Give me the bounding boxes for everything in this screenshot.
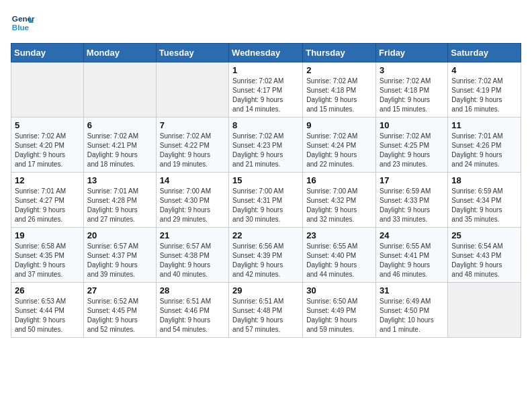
day-info: Sunrise: 7:02 AM Sunset: 4:18 PM Dayligh… [380,77,444,114]
calendar-day-cell: 17Sunrise: 6:59 AM Sunset: 4:33 PM Dayli… [376,173,448,228]
calendar-week-row: 1Sunrise: 7:02 AM Sunset: 4:17 PM Daylig… [11,62,521,118]
page-header: General Blue [11,11,521,35]
day-info: Sunrise: 6:51 AM Sunset: 4:46 PM Dayligh… [160,297,225,334]
day-info: Sunrise: 7:01 AM Sunset: 4:28 PM Dayligh… [87,187,152,224]
day-of-week-header: Saturday [448,44,521,62]
calendar-day-cell: 31Sunrise: 6:49 AM Sunset: 4:50 PM Dayli… [376,283,448,338]
day-number: 5 [15,120,80,130]
day-number: 29 [232,285,299,295]
day-number: 28 [160,285,225,295]
day-number: 20 [87,230,152,240]
calendar-week-row: 19Sunrise: 6:58 AM Sunset: 4:35 PM Dayli… [11,228,521,283]
calendar-day-cell: 7Sunrise: 7:02 AM Sunset: 4:22 PM Daylig… [156,118,228,173]
calendar-header-row: SundayMondayTuesdayWednesdayThursdayFrid… [11,44,521,62]
day-number: 6 [87,120,152,130]
day-number: 23 [306,230,372,240]
calendar-day-cell [448,283,521,338]
day-info: Sunrise: 7:00 AM Sunset: 4:32 PM Dayligh… [306,187,372,224]
calendar-day-cell: 25Sunrise: 6:54 AM Sunset: 4:43 PM Dayli… [448,228,521,283]
calendar-week-row: 26Sunrise: 6:53 AM Sunset: 4:44 PM Dayli… [11,283,521,338]
day-info: Sunrise: 6:51 AM Sunset: 4:48 PM Dayligh… [232,297,299,334]
day-info: Sunrise: 7:00 AM Sunset: 4:30 PM Dayligh… [160,187,225,224]
day-of-week-header: Wednesday [229,44,303,62]
day-info: Sunrise: 7:02 AM Sunset: 4:21 PM Dayligh… [87,132,152,169]
day-info: Sunrise: 6:58 AM Sunset: 4:35 PM Dayligh… [15,242,80,279]
calendar-day-cell: 2Sunrise: 7:02 AM Sunset: 4:18 PM Daylig… [303,62,376,118]
day-info: Sunrise: 7:02 AM Sunset: 4:17 PM Dayligh… [232,77,299,114]
calendar-day-cell: 20Sunrise: 6:57 AM Sunset: 4:37 PM Dayli… [83,228,156,283]
calendar-day-cell: 19Sunrise: 6:58 AM Sunset: 4:35 PM Dayli… [11,228,84,283]
day-info: Sunrise: 7:02 AM Sunset: 4:18 PM Dayligh… [306,77,372,114]
day-of-week-header: Friday [376,44,448,62]
day-number: 27 [87,285,152,295]
day-info: Sunrise: 7:02 AM Sunset: 4:24 PM Dayligh… [306,132,372,169]
day-info: Sunrise: 7:02 AM Sunset: 4:22 PM Dayligh… [160,132,225,169]
day-number: 30 [306,285,372,295]
day-number: 19 [15,230,80,240]
day-info: Sunrise: 6:55 AM Sunset: 4:41 PM Dayligh… [380,242,444,279]
calendar-day-cell [156,62,228,118]
day-of-week-header: Monday [83,44,156,62]
calendar-day-cell: 28Sunrise: 6:51 AM Sunset: 4:46 PM Dayli… [156,283,228,338]
day-number: 10 [380,120,444,130]
calendar-day-cell: 3Sunrise: 7:02 AM Sunset: 4:18 PM Daylig… [376,62,448,118]
day-info: Sunrise: 7:02 AM Sunset: 4:20 PM Dayligh… [15,132,80,169]
day-number: 15 [232,175,299,185]
day-info: Sunrise: 6:57 AM Sunset: 4:38 PM Dayligh… [160,242,225,279]
day-number: 21 [160,230,225,240]
day-number: 4 [451,65,517,75]
day-info: Sunrise: 6:55 AM Sunset: 4:40 PM Dayligh… [306,242,372,279]
day-info: Sunrise: 7:02 AM Sunset: 4:23 PM Dayligh… [232,132,299,169]
calendar-day-cell: 16Sunrise: 7:00 AM Sunset: 4:32 PM Dayli… [303,173,376,228]
day-number: 17 [380,175,444,185]
day-number: 8 [232,120,299,130]
calendar-body: 1Sunrise: 7:02 AM Sunset: 4:17 PM Daylig… [11,62,521,338]
calendar-day-cell: 21Sunrise: 6:57 AM Sunset: 4:38 PM Dayli… [156,228,228,283]
day-number: 3 [380,65,444,75]
calendar-day-cell: 13Sunrise: 7:01 AM Sunset: 4:28 PM Dayli… [83,173,156,228]
calendar-day-cell: 9Sunrise: 7:02 AM Sunset: 4:24 PM Daylig… [303,118,376,173]
day-number: 7 [160,120,225,130]
day-info: Sunrise: 6:59 AM Sunset: 4:34 PM Dayligh… [451,187,517,224]
logo-icon: General Blue [11,11,35,35]
day-info: Sunrise: 6:57 AM Sunset: 4:37 PM Dayligh… [87,242,152,279]
day-number: 13 [87,175,152,185]
day-info: Sunrise: 6:49 AM Sunset: 4:50 PM Dayligh… [380,297,444,334]
day-of-week-header: Tuesday [156,44,228,62]
day-number: 2 [306,65,372,75]
day-info: Sunrise: 6:56 AM Sunset: 4:39 PM Dayligh… [232,242,299,279]
day-info: Sunrise: 7:00 AM Sunset: 4:31 PM Dayligh… [232,187,299,224]
day-number: 9 [306,120,372,130]
day-info: Sunrise: 6:59 AM Sunset: 4:33 PM Dayligh… [380,187,444,224]
calendar-day-cell: 15Sunrise: 7:00 AM Sunset: 4:31 PM Dayli… [229,173,303,228]
day-info: Sunrise: 7:02 AM Sunset: 4:19 PM Dayligh… [451,77,517,114]
day-info: Sunrise: 6:50 AM Sunset: 4:49 PM Dayligh… [306,297,372,334]
calendar-day-cell: 22Sunrise: 6:56 AM Sunset: 4:39 PM Dayli… [229,228,303,283]
calendar-day-cell: 27Sunrise: 6:52 AM Sunset: 4:45 PM Dayli… [83,283,156,338]
calendar-day-cell: 4Sunrise: 7:02 AM Sunset: 4:19 PM Daylig… [448,62,521,118]
calendar-day-cell: 10Sunrise: 7:02 AM Sunset: 4:25 PM Dayli… [376,118,448,173]
calendar-week-row: 5Sunrise: 7:02 AM Sunset: 4:20 PM Daylig… [11,118,521,173]
calendar-day-cell: 23Sunrise: 6:55 AM Sunset: 4:40 PM Dayli… [303,228,376,283]
calendar-week-row: 12Sunrise: 7:01 AM Sunset: 4:27 PM Dayli… [11,173,521,228]
calendar-day-cell [83,62,156,118]
day-number: 14 [160,175,225,185]
calendar-day-cell [11,62,84,118]
day-number: 25 [451,230,517,240]
logo: General Blue [11,11,35,35]
day-number: 31 [380,285,444,295]
calendar-day-cell: 5Sunrise: 7:02 AM Sunset: 4:20 PM Daylig… [11,118,84,173]
day-of-week-header: Sunday [11,44,84,62]
svg-text:Blue: Blue [12,23,30,32]
calendar-day-cell: 1Sunrise: 7:02 AM Sunset: 4:17 PM Daylig… [229,62,303,118]
day-number: 11 [451,120,517,130]
day-info: Sunrise: 6:52 AM Sunset: 4:45 PM Dayligh… [87,297,152,334]
day-number: 12 [15,175,80,185]
day-info: Sunrise: 7:02 AM Sunset: 4:25 PM Dayligh… [380,132,444,169]
calendar-day-cell: 18Sunrise: 6:59 AM Sunset: 4:34 PM Dayli… [448,173,521,228]
day-info: Sunrise: 6:53 AM Sunset: 4:44 PM Dayligh… [15,297,80,334]
day-number: 22 [232,230,299,240]
calendar-day-cell: 8Sunrise: 7:02 AM Sunset: 4:23 PM Daylig… [229,118,303,173]
day-number: 26 [15,285,80,295]
day-number: 18 [451,175,517,185]
